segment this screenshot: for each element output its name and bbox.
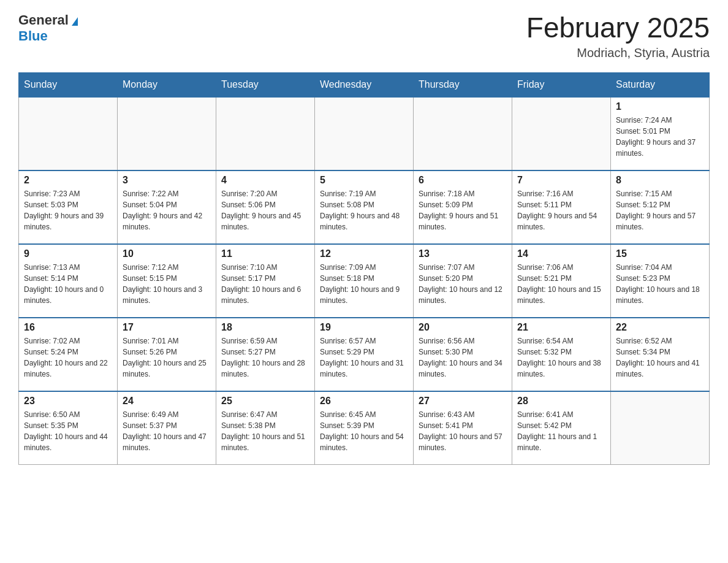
table-row [611, 391, 710, 465]
table-row [216, 97, 315, 170]
day-info: Sunrise: 7:13 AMSunset: 5:14 PMDaylight:… [24, 262, 112, 306]
table-row: 11Sunrise: 7:10 AMSunset: 5:17 PMDayligh… [216, 244, 315, 318]
day-info: Sunrise: 7:06 AMSunset: 5:21 PMDaylight:… [517, 262, 605, 306]
table-row: 7Sunrise: 7:16 AMSunset: 5:11 PMDaylight… [512, 170, 611, 244]
day-number: 7 [517, 175, 605, 186]
table-row [414, 97, 512, 170]
table-row: 14Sunrise: 7:06 AMSunset: 5:21 PMDayligh… [512, 244, 611, 318]
day-info: Sunrise: 7:10 AMSunset: 5:17 PMDaylight:… [221, 262, 309, 306]
table-row: 1Sunrise: 7:24 AMSunset: 5:01 PMDaylight… [611, 97, 710, 170]
table-row: 6Sunrise: 7:18 AMSunset: 5:09 PMDaylight… [414, 170, 512, 244]
col-saturday: Saturday [611, 72, 710, 97]
table-row: 15Sunrise: 7:04 AMSunset: 5:23 PMDayligh… [611, 244, 710, 318]
col-friday: Friday [512, 72, 611, 97]
day-info: Sunrise: 6:59 AMSunset: 5:27 PMDaylight:… [221, 335, 309, 380]
col-tuesday: Tuesday [216, 72, 315, 97]
table-row: 5Sunrise: 7:19 AMSunset: 5:08 PMDaylight… [315, 170, 414, 244]
day-info: Sunrise: 6:45 AMSunset: 5:39 PMDaylight:… [320, 409, 408, 453]
day-info: Sunrise: 6:56 AMSunset: 5:30 PMDaylight:… [419, 335, 507, 380]
day-number: 25 [221, 396, 309, 407]
day-number: 1 [616, 101, 704, 112]
logo-triangle-icon [72, 17, 78, 26]
day-number: 24 [123, 396, 211, 407]
day-info: Sunrise: 6:52 AMSunset: 5:34 PMDaylight:… [616, 335, 704, 380]
calendar-week-row: 16Sunrise: 7:02 AMSunset: 5:24 PMDayligh… [19, 318, 710, 391]
table-row: 13Sunrise: 7:07 AMSunset: 5:20 PMDayligh… [414, 244, 512, 318]
day-info: Sunrise: 7:22 AMSunset: 5:04 PMDaylight:… [123, 188, 211, 232]
day-number: 28 [517, 396, 605, 407]
table-row [512, 97, 611, 170]
table-row: 2Sunrise: 7:23 AMSunset: 5:03 PMDaylight… [19, 170, 118, 244]
col-monday: Monday [118, 72, 216, 97]
col-thursday: Thursday [414, 72, 512, 97]
month-title: February 2025 [526, 12, 710, 44]
day-number: 23 [24, 396, 112, 407]
calendar-week-row: 9Sunrise: 7:13 AMSunset: 5:14 PMDaylight… [19, 244, 710, 318]
day-number: 9 [24, 248, 112, 259]
day-number: 13 [419, 248, 507, 259]
day-number: 5 [320, 175, 408, 186]
table-row [118, 97, 216, 170]
calendar-week-row: 2Sunrise: 7:23 AMSunset: 5:03 PMDaylight… [19, 170, 710, 244]
day-number: 2 [24, 175, 112, 186]
day-info: Sunrise: 7:07 AMSunset: 5:20 PMDaylight:… [419, 262, 507, 306]
calendar-table: Sunday Monday Tuesday Wednesday Thursday… [18, 72, 710, 465]
day-number: 17 [123, 322, 211, 333]
logo-blue-text: Blue [18, 28, 48, 44]
table-row [19, 97, 118, 170]
table-row: 19Sunrise: 6:57 AMSunset: 5:29 PMDayligh… [315, 318, 414, 391]
day-info: Sunrise: 7:16 AMSunset: 5:11 PMDaylight:… [517, 188, 605, 232]
day-info: Sunrise: 6:43 AMSunset: 5:41 PMDaylight:… [419, 409, 507, 453]
day-info: Sunrise: 7:18 AMSunset: 5:09 PMDaylight:… [419, 188, 507, 232]
day-number: 10 [123, 248, 211, 259]
day-number: 22 [616, 322, 704, 333]
table-row: 26Sunrise: 6:45 AMSunset: 5:39 PMDayligh… [315, 391, 414, 465]
day-number: 4 [221, 175, 309, 186]
logo-general-text: General [18, 12, 69, 28]
table-row: 21Sunrise: 6:54 AMSunset: 5:32 PMDayligh… [512, 318, 611, 391]
day-number: 11 [221, 248, 309, 259]
day-info: Sunrise: 7:09 AMSunset: 5:18 PMDaylight:… [320, 262, 408, 306]
logo: General Blue [18, 12, 78, 44]
day-info: Sunrise: 6:49 AMSunset: 5:37 PMDaylight:… [123, 409, 211, 453]
table-row: 8Sunrise: 7:15 AMSunset: 5:12 PMDaylight… [611, 170, 710, 244]
location: Modriach, Styria, Austria [526, 46, 710, 60]
table-row: 28Sunrise: 6:41 AMSunset: 5:42 PMDayligh… [512, 391, 611, 465]
table-row: 22Sunrise: 6:52 AMSunset: 5:34 PMDayligh… [611, 318, 710, 391]
calendar-week-row: 1Sunrise: 7:24 AMSunset: 5:01 PMDaylight… [19, 97, 710, 170]
col-sunday: Sunday [19, 72, 118, 97]
table-row: 17Sunrise: 7:01 AMSunset: 5:26 PMDayligh… [118, 318, 216, 391]
page-header: General Blue February 2025 Modriach, Sty… [18, 12, 710, 60]
day-info: Sunrise: 7:12 AMSunset: 5:15 PMDaylight:… [123, 262, 211, 306]
table-row: 27Sunrise: 6:43 AMSunset: 5:41 PMDayligh… [414, 391, 512, 465]
table-row: 25Sunrise: 6:47 AMSunset: 5:38 PMDayligh… [216, 391, 315, 465]
day-info: Sunrise: 7:04 AMSunset: 5:23 PMDaylight:… [616, 262, 704, 306]
table-row [315, 97, 414, 170]
day-info: Sunrise: 6:47 AMSunset: 5:38 PMDaylight:… [221, 409, 309, 453]
day-number: 15 [616, 248, 704, 259]
table-row: 24Sunrise: 6:49 AMSunset: 5:37 PMDayligh… [118, 391, 216, 465]
day-number: 16 [24, 322, 112, 333]
day-info: Sunrise: 7:23 AMSunset: 5:03 PMDaylight:… [24, 188, 112, 232]
table-row: 3Sunrise: 7:22 AMSunset: 5:04 PMDaylight… [118, 170, 216, 244]
day-info: Sunrise: 6:57 AMSunset: 5:29 PMDaylight:… [320, 335, 408, 380]
day-info: Sunrise: 7:20 AMSunset: 5:06 PMDaylight:… [221, 188, 309, 232]
day-number: 26 [320, 396, 408, 407]
table-row: 4Sunrise: 7:20 AMSunset: 5:06 PMDaylight… [216, 170, 315, 244]
day-number: 19 [320, 322, 408, 333]
table-row: 12Sunrise: 7:09 AMSunset: 5:18 PMDayligh… [315, 244, 414, 318]
calendar-header-row: Sunday Monday Tuesday Wednesday Thursday… [19, 72, 710, 97]
table-row: 10Sunrise: 7:12 AMSunset: 5:15 PMDayligh… [118, 244, 216, 318]
day-info: Sunrise: 7:24 AMSunset: 5:01 PMDaylight:… [616, 115, 704, 159]
day-info: Sunrise: 7:15 AMSunset: 5:12 PMDaylight:… [616, 188, 704, 232]
day-number: 18 [221, 322, 309, 333]
day-info: Sunrise: 6:50 AMSunset: 5:35 PMDaylight:… [24, 409, 112, 453]
table-row: 16Sunrise: 7:02 AMSunset: 5:24 PMDayligh… [19, 318, 118, 391]
day-number: 14 [517, 248, 605, 259]
day-number: 3 [123, 175, 211, 186]
day-number: 6 [419, 175, 507, 186]
table-row: 18Sunrise: 6:59 AMSunset: 5:27 PMDayligh… [216, 318, 315, 391]
table-row: 23Sunrise: 6:50 AMSunset: 5:35 PMDayligh… [19, 391, 118, 465]
day-number: 27 [419, 396, 507, 407]
title-area: February 2025 Modriach, Styria, Austria [526, 12, 710, 60]
